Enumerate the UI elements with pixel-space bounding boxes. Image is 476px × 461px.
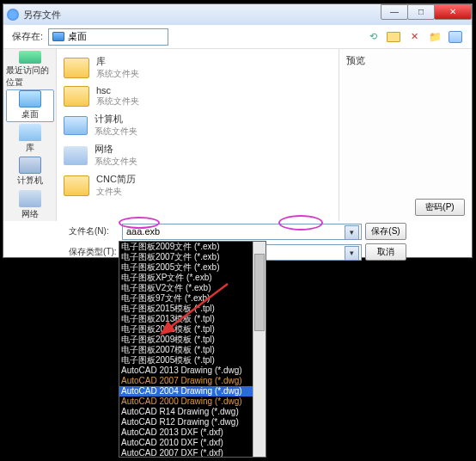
- comp-icon: [64, 116, 88, 135]
- dropdown-option[interactable]: AutoCAD 2007 DXF (*.dxf): [119, 448, 265, 458]
- save-dialog: 另存文件 — □ ✕ 保存在: 桌面 最近访问的位置 桌面 库 计算机 网络 库…: [3, 3, 473, 258]
- dropdown-option[interactable]: 电子图板2009模板 (*.tpl): [119, 335, 265, 345]
- file-name: 库: [96, 55, 139, 68]
- titlebar[interactable]: 另存文件 — □ ✕: [3, 4, 472, 25]
- dropdown-option[interactable]: 电子图板2011模板 (*.tpl): [119, 324, 265, 335]
- dropdown-option[interactable]: AutoCAD 2013 Drawing (*.dwg): [119, 366, 265, 376]
- preview-panel: 预览 密码(P): [339, 49, 472, 221]
- file-type: 系统文件夹: [96, 68, 139, 80]
- filename-input[interactable]: aaa.exb: [122, 224, 362, 240]
- close-button[interactable]: ✕: [434, 4, 472, 20]
- desktop-icon: [52, 32, 64, 41]
- dropdown-option[interactable]: AutoCAD R12 Drawing (*.dwg): [119, 417, 265, 427]
- scrollbar-thumb[interactable]: [254, 254, 265, 331]
- save-in-label: 保存在:: [12, 30, 43, 43]
- file-name: 计算机: [95, 113, 137, 126]
- list-item[interactable]: hsc系统文件夹: [62, 83, 333, 110]
- folder-icon: [64, 175, 89, 196]
- desktop-icon: [19, 90, 41, 108]
- views-icon[interactable]: [448, 29, 463, 45]
- dropdown-option[interactable]: 电子图板2007模板 (*.tpl): [119, 345, 265, 355]
- sidebar-item-desktop[interactable]: 桌面: [6, 89, 54, 122]
- scrollbar[interactable]: [253, 242, 265, 457]
- list-item[interactable]: 网络系统文件夹: [62, 140, 333, 170]
- file-type: 系统文件夹: [96, 95, 139, 108]
- save-button[interactable]: 保存(S): [365, 223, 406, 240]
- dropdown-option[interactable]: 电子图板2015模板 (*.tpl): [119, 304, 265, 314]
- delete-icon[interactable]: [406, 29, 422, 45]
- dropdown-option[interactable]: 电子图板2005文件 (*.exb): [119, 262, 265, 273]
- sidebar-item-network[interactable]: 网络: [6, 189, 54, 221]
- dropdown-option[interactable]: AutoCAD 2000 Drawing (*.dwg): [119, 396, 265, 407]
- toolbar: 保存在: 桌面: [3, 25, 472, 49]
- dropdown-option[interactable]: 电子图板2013模板 (*.tpl): [119, 314, 265, 324]
- dropdown-option[interactable]: AutoCAD 2007 Drawing (*.dwg): [119, 376, 265, 386]
- folder-icon: [64, 58, 89, 78]
- file-type: 系统文件夹: [95, 156, 137, 168]
- dropdown-option[interactable]: AutoCAD 2010 DXF (*.dxf): [119, 438, 265, 448]
- app-icon: [7, 9, 19, 21]
- dropdown-option[interactable]: 电子图板V2文件 (*.exb): [119, 283, 265, 293]
- dropdown-option[interactable]: AutoCAD 2013 DXF (*.dxf): [119, 427, 265, 438]
- cancel-button[interactable]: 取消: [365, 243, 406, 261]
- dropdown-option[interactable]: 电子图板2007文件 (*.exb): [119, 252, 265, 262]
- dropdown-option[interactable]: AutoCAD R14 Drawing (*.dwg): [119, 407, 265, 417]
- sidebar-item-recent[interactable]: 最近访问的位置: [6, 51, 54, 89]
- dropdown-option[interactable]: 电子图板97文件 (*.exb): [119, 293, 265, 304]
- file-type: 系统文件夹: [95, 126, 137, 138]
- dropdown-option[interactable]: AutoCAD 2004 Drawing (*.dwg): [119, 386, 265, 396]
- file-type: 文件夹: [96, 186, 136, 198]
- up-icon[interactable]: [386, 29, 401, 45]
- computer-icon: [19, 157, 41, 174]
- folder-icon: [64, 86, 89, 107]
- dropdown-option[interactable]: 电子图板2009文件 (*.exb): [119, 242, 265, 252]
- back-icon[interactable]: [365, 29, 381, 45]
- window-title: 另存文件: [23, 9, 61, 22]
- new-folder-icon[interactable]: [427, 29, 442, 45]
- network-icon: [19, 190, 41, 207]
- file-name: hsc: [96, 85, 139, 95]
- net-icon: [64, 146, 88, 165]
- type-dropdown-list[interactable]: 电子图板2009文件 (*.exb)电子图板2007文件 (*.exb)电子图板…: [119, 241, 266, 458]
- type-label: 保存类型(T):: [69, 246, 119, 258]
- sidebar-item-computer[interactable]: 计算机: [6, 156, 54, 187]
- list-item[interactable]: CNC简历文件夹: [62, 170, 333, 200]
- file-name: 网络: [95, 143, 137, 156]
- minimize-button[interactable]: —: [381, 4, 408, 20]
- folder-select[interactable]: 桌面: [48, 28, 168, 46]
- file-list[interactable]: 库系统文件夹hsc系统文件夹计算机系统文件夹网络系统文件夹CNC简历文件夹: [57, 49, 339, 221]
- dropdown-option[interactable]: 电子图板XP文件 (*.exb): [119, 273, 265, 283]
- list-item[interactable]: 库系统文件夹: [62, 52, 333, 83]
- library-icon: [19, 124, 41, 141]
- maximize-button[interactable]: □: [407, 4, 435, 20]
- preview-label: 预览: [346, 54, 465, 67]
- recent-icon: [19, 51, 41, 64]
- list-item[interactable]: 计算机系统文件夹: [62, 110, 333, 140]
- sidebar-item-libraries[interactable]: 库: [6, 123, 54, 155]
- filename-label: 文件名(N):: [69, 225, 119, 237]
- places-bar: 最近访问的位置 桌面 库 计算机 网络: [3, 49, 57, 221]
- password-button[interactable]: 密码(P): [415, 199, 465, 216]
- dropdown-option[interactable]: 电子图板2005模板 (*.tpl): [119, 355, 265, 366]
- file-name: CNC简历: [96, 173, 136, 186]
